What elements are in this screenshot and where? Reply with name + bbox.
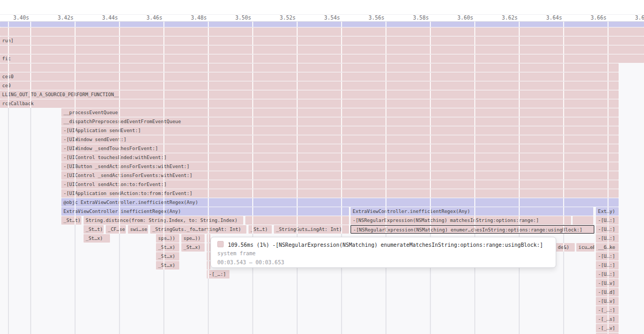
frame[interactable]: __6…ke	[596, 243, 619, 252]
frame-label: de&)	[558, 245, 569, 250]
frame[interactable]: _St…t)	[249, 225, 272, 234]
frame-label: -[NSRegularExpression(NSMatching) enumer…	[353, 227, 582, 233]
frame[interactable]: _St…x)	[181, 243, 205, 252]
frame-label: -[UIWindow sendEvent:]	[63, 137, 126, 142]
frame[interactable]: _St…x)	[156, 261, 179, 270]
frame[interactable]: __processEventQueue	[61, 108, 619, 117]
frame[interactable]: -[_…:]	[207, 270, 229, 279]
flame-chart[interactable]: run]ficces0ce0LLING_OUT_TO_A_SOURCE0_PER…	[0, 22, 644, 334]
frame-label: -[U…:]	[598, 263, 615, 268]
instruments-flame-graph: { "ruler": { "ticks": [ {"t": "3.40s", "…	[0, 0, 644, 334]
frame-label: ce0	[2, 83, 11, 88]
time-tick-label: 3.66s	[575, 15, 606, 21]
frame[interactable]	[0, 45, 644, 54]
time-tick-label: 3.46s	[131, 15, 162, 21]
frame[interactable]: ExtraViewController.inefficientRegex(Any…	[61, 207, 349, 216]
timeline-ruler[interactable]: 3.40s3.42s3.44s3.46s3.48s3.50s3.52s3.54s…	[0, 0, 644, 22]
frame-label: _St…t)	[251, 227, 268, 232]
frame[interactable]: -[UIControl touchesEnded:withEvent:]	[61, 153, 619, 162]
frame[interactable]: fic	[0, 54, 644, 63]
frame-label: -[U…:]	[598, 227, 615, 232]
frame[interactable]: _St…x)	[84, 234, 110, 243]
frame[interactable]	[207, 252, 210, 261]
time-tick-label: 3.60s	[441, 15, 473, 21]
frame-label: __dispatchPreprocessedEventFromEventQueu…	[63, 119, 181, 124]
frame[interactable]	[0, 63, 619, 72]
frame[interactable]: rceCallback	[0, 99, 619, 108]
frame[interactable]	[0, 22, 644, 27]
frame-selected[interactable]: -[NSRegularExpression(NSMatching) enumer…	[351, 225, 594, 234]
frame-label: -[UIApplication sendAction:to:from:forEv…	[63, 191, 192, 196]
frame[interactable]: -[UIWindow sendEvent:]	[61, 135, 619, 144]
time-tick-label: 3.52s	[264, 15, 296, 21]
frame-label: -[UIControl touchesEnded:withEvent:]	[63, 155, 167, 160]
frame[interactable]: run]	[0, 36, 644, 45]
frame[interactable]: _St…x)	[156, 252, 179, 261]
tooltip-title: 109.56ms (1%) -[NSRegularExpression(NSMa…	[228, 242, 543, 248]
frame[interactable]: ExtraViewController.inefficientRegex(Any…	[351, 207, 593, 216]
frame-label: -[_…v]	[598, 326, 615, 331]
frame[interactable]	[207, 243, 210, 252]
frame[interactable]: -[_…v]	[596, 324, 619, 332]
frame-label: -[UIControl sendAction:to:forEvent:]	[63, 182, 167, 187]
frame-label: __processEventQueue	[63, 110, 118, 115]
time-tick-label: 3.64s	[530, 15, 562, 21]
frame-label: ExtraViewController.inefficientRegex(Any…	[63, 209, 181, 214]
frame[interactable]: _St…t)	[84, 225, 104, 234]
frame[interactable]: -[U…:]	[596, 270, 619, 279]
frame[interactable]: @objc ExtraViewController.inefficientReg…	[61, 198, 619, 207]
frame[interactable]: -[UIControl _sendActionsForEvents:withEv…	[61, 171, 619, 180]
frame[interactable]: -[NSRegularExpression(NSMatching) matche…	[351, 216, 571, 225]
frame-label: -[U…v]	[598, 299, 615, 304]
frame[interactable]: spe…))	[181, 234, 205, 243]
frame[interactable]	[0, 27, 644, 36]
frame[interactable]	[573, 216, 593, 225]
frame-tooltip: 109.56ms (1%) -[NSRegularExpression(NSMa…	[210, 237, 556, 268]
time-tick-label: 3.68s	[619, 15, 644, 21]
frame-label: -[U…v]	[598, 281, 615, 286]
frame[interactable]: Ext…y)	[596, 207, 619, 216]
frame[interactable]: String.distance(from: String.Index, to: …	[84, 216, 243, 225]
frame[interactable]: de&)	[556, 243, 575, 252]
frame[interactable]: -[U…v]	[596, 297, 619, 305]
frame[interactable]: -[_…s]	[596, 315, 619, 323]
frame-label: _St…x)	[158, 263, 176, 268]
frame[interactable]	[245, 216, 349, 225]
frame[interactable]: __dispatchPreprocessedEventFromEventQueu…	[61, 117, 619, 126]
frame[interactable]: -[U…d]	[596, 288, 619, 296]
frame[interactable]: -[U…:]	[596, 261, 619, 270]
frame[interactable]: -[U…:]	[596, 252, 619, 261]
frame[interactable]: -[UIControl sendAction:to:forEvent:]	[61, 180, 619, 189]
frame[interactable]	[207, 261, 210, 270]
frame[interactable]: -[U…:]	[596, 234, 619, 243]
frame-label: -[U…:]	[598, 236, 615, 241]
frame[interactable]: -[U…:]	[596, 216, 619, 225]
frame[interactable]: swi…se	[128, 225, 148, 234]
frame[interactable]: _StringGuts…ingAt: Int)	[274, 225, 349, 234]
time-tick-label: 3.40s	[0, 15, 29, 21]
frame[interactable]: -[U…:]	[596, 225, 619, 234]
frame[interactable]: -[_…:]	[596, 306, 619, 314]
frame[interactable]: -[UIButton _sendActionsForEvents:withEve…	[61, 162, 619, 171]
frame[interactable]: LLING_OUT_TO_A_SOURCE0_PERFORM_FUNCTION_…	[0, 90, 619, 99]
frame[interactable]: icu…e&)	[576, 243, 594, 252]
frame[interactable]: ces0	[0, 72, 619, 81]
frame[interactable]: _St…t)	[61, 216, 81, 225]
frame[interactable]: ce0	[0, 81, 619, 90]
frame-label: -[_…:]	[598, 308, 615, 313]
frame[interactable]: -[UIApplication sendAction:to:from:forEv…	[61, 189, 619, 198]
frame[interactable]	[207, 234, 210, 243]
frame[interactable]: _StringGuts._fo…tartingAt: Int)	[150, 225, 246, 234]
frame[interactable]: -[UIApplication sendEvent:]	[61, 126, 619, 135]
frame[interactable]: _St…x)	[156, 243, 179, 252]
frame[interactable]: spe…))	[156, 234, 179, 243]
frame[interactable]: -[UIWindow _sendTouchesForEvent:]	[61, 144, 619, 153]
frame-label: -[UIApplication sendEvent:]	[63, 128, 141, 133]
time-tick-label: 3.62s	[486, 15, 518, 21]
frame-label: swi…se	[130, 227, 148, 232]
frame-label: icu…e&)	[578, 245, 594, 250]
frame[interactable]: _CF…se	[106, 225, 126, 234]
tooltip-title-line: 109.56ms (1%) -[NSRegularExpression(NSMa…	[217, 241, 549, 249]
frame[interactable]: -[U…v]	[596, 279, 619, 287]
frame-label: -[_…:]	[209, 272, 226, 277]
